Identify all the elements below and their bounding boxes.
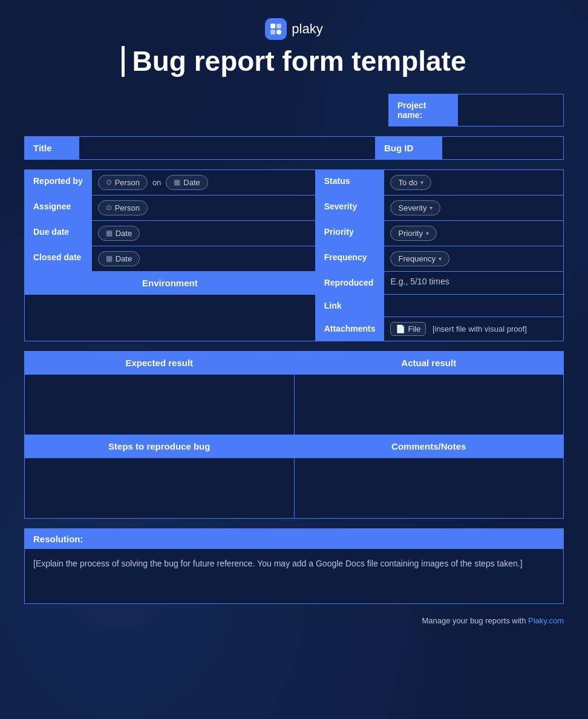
logo-text: plaky — [292, 21, 322, 37]
priority-dropdown[interactable]: Priority ▾ — [390, 226, 436, 241]
title-label: Title — [25, 136, 79, 159]
project-label: Project name: — [389, 94, 458, 126]
page-title: Bug report form template — [122, 46, 466, 77]
reported-by-label: Reported by — [25, 169, 92, 195]
reported-by-value: ⊙ Person on ▦ Date — [91, 169, 315, 195]
person-pill-label: Person — [115, 178, 140, 187]
priority-dropdown-label: Priority — [398, 229, 422, 238]
svg-rect-0 — [270, 24, 275, 28]
severity-dropdown-arrow: ▾ — [430, 205, 433, 211]
frequency-dropdown-arrow: ▾ — [439, 255, 442, 262]
due-date-pill[interactable]: ▦ Date — [98, 226, 140, 241]
resolution-box: Resolution: [Explain the process of solv… — [24, 528, 564, 604]
person-icon-assignee: ⊙ — [106, 203, 112, 212]
priority-value-cell: Priority ▾ — [384, 220, 564, 246]
title-bugid-table: Title Bug ID — [24, 136, 564, 160]
status-dropdown-label: To do — [398, 178, 417, 187]
file-badge[interactable]: 📄 File — [390, 322, 426, 336]
project-value-cell[interactable] — [457, 94, 563, 126]
calendar-icon-closed: ▦ — [106, 254, 113, 263]
person-pill-assignee[interactable]: ⊙ Person — [98, 200, 148, 215]
steps-value[interactable] — [25, 458, 295, 518]
assignee-label: Assignee — [25, 195, 92, 220]
due-date-pill-label: Date — [116, 229, 132, 238]
calendar-icon-due: ▦ — [106, 229, 113, 237]
frequency-value-cell: Frequency ▾ — [384, 246, 564, 271]
severity-label: Severity — [315, 195, 384, 220]
priority-label: Priority — [315, 220, 384, 246]
status-value-cell: To do ▾ — [384, 169, 564, 195]
closed-date-pill-label: Date — [116, 254, 132, 263]
bugid-input-cell[interactable] — [442, 136, 564, 159]
logo-row: plaky — [265, 18, 322, 40]
assignee-value: ⊙ Person — [91, 195, 315, 220]
status-dropdown[interactable]: To do ▾ — [390, 175, 431, 190]
environment-header: Environment — [25, 271, 316, 294]
bugid-label: Bug ID — [376, 136, 442, 159]
closed-date-value: ▦ Date — [91, 246, 315, 271]
person-icon-reported: ⊙ — [106, 178, 112, 186]
svg-rect-2 — [270, 30, 275, 34]
steps-header: Steps to reproduce bug — [25, 435, 295, 458]
attachments-value-cell: 📄 File [insert file with visual proof] — [384, 317, 564, 341]
footer-text: Manage your bug reports with — [422, 616, 528, 625]
assignee-person-label: Person — [115, 203, 140, 212]
reproduced-label: Reproduced — [315, 271, 384, 294]
severity-value-cell: Severity ▾ — [384, 195, 564, 220]
file-icon: 📄 — [396, 324, 405, 333]
date-pill-label: Date — [183, 178, 200, 187]
closed-date-pill[interactable]: ▦ Date — [98, 251, 140, 266]
page-header: plaky Bug report form template — [24, 18, 564, 77]
person-pill-reported[interactable]: ⊙ Person — [98, 175, 148, 190]
plaky-logo-icon — [265, 18, 287, 40]
results-table: Expected result Actual result Steps to r… — [24, 351, 564, 519]
reproduced-value[interactable]: E.g., 5/10 times — [384, 271, 564, 294]
expected-result-value[interactable] — [25, 374, 295, 435]
attachments-label: Attachments — [315, 317, 384, 341]
project-table: Project name: — [388, 94, 564, 126]
severity-dropdown-label: Severity — [398, 203, 426, 212]
due-date-label: Due date — [25, 220, 92, 246]
main-form-table: Reported by ⊙ Person on ▦ Date Status — [24, 169, 564, 341]
closed-date-label: Closed date — [25, 246, 92, 271]
footer: Manage your bug reports with Plaky.com — [24, 616, 564, 625]
severity-dropdown[interactable]: Severity ▾ — [390, 200, 440, 215]
title-input-cell[interactable] — [79, 136, 376, 159]
due-date-value: ▦ Date — [91, 220, 315, 246]
comments-header: Comments/Notes — [294, 435, 564, 458]
actual-result-value[interactable] — [294, 374, 564, 435]
footer-link[interactable]: Plaky.com — [528, 616, 564, 625]
on-label: on — [152, 178, 161, 187]
svg-rect-1 — [276, 24, 281, 28]
actual-result-header: Actual result — [294, 351, 564, 374]
link-value-cell[interactable] — [384, 294, 564, 317]
frequency-label: Frequency — [315, 246, 384, 271]
svg-point-3 — [276, 30, 281, 34]
file-badge-label: File — [408, 324, 420, 333]
frequency-dropdown[interactable]: Frequency ▾ — [390, 251, 449, 266]
frequency-dropdown-label: Frequency — [398, 254, 435, 263]
link-label: Link — [315, 294, 384, 317]
expected-result-header: Expected result — [25, 351, 295, 374]
priority-dropdown-arrow: ▾ — [426, 230, 429, 237]
calendar-icon-reported: ▦ — [174, 178, 180, 186]
resolution-value[interactable]: [Explain the process of solving the bug … — [25, 549, 563, 603]
status-label: Status — [315, 169, 384, 195]
date-pill-reported[interactable]: ▦ Date — [166, 175, 207, 190]
environment-value-cell[interactable] — [25, 294, 316, 341]
file-hint: [insert file with visual proof] — [433, 324, 527, 333]
comments-value[interactable] — [294, 458, 564, 518]
status-dropdown-arrow: ▾ — [420, 179, 423, 186]
project-row: Project name: — [24, 94, 564, 126]
resolution-header: Resolution: — [25, 529, 563, 549]
